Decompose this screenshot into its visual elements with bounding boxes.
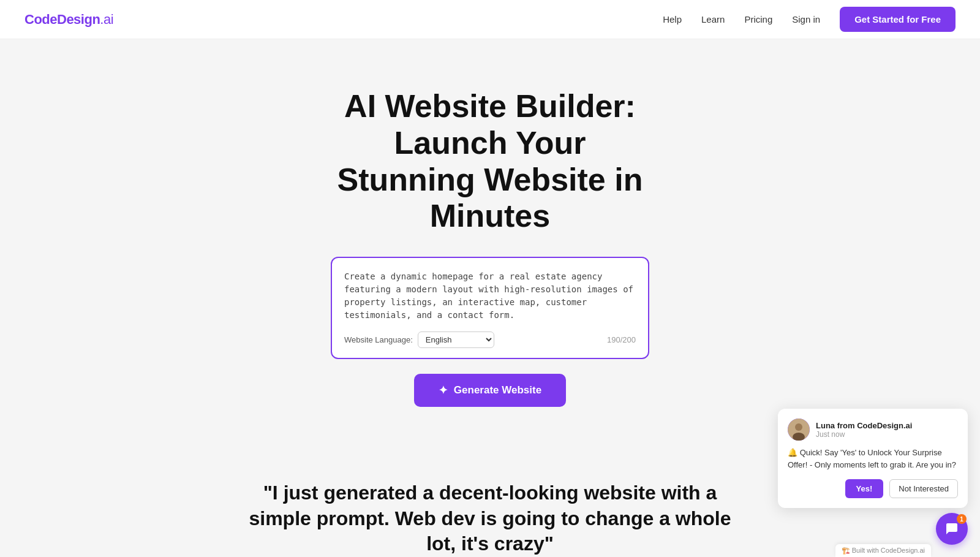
svg-point-4 (795, 423, 802, 431)
logo[interactable]: CodeDesign.ai (24, 12, 113, 28)
chat-header: Luna from CodeDesign.ai Just now (788, 419, 958, 441)
chat-sender-name: Luna from CodeDesign.ai (816, 421, 912, 430)
language-selector-group: Website Language: English Spanish French… (344, 332, 494, 348)
chat-widget: Luna from CodeDesign.ai Just now 🔔 Quick… (778, 409, 968, 508)
chat-no-button[interactable]: Not Interested (889, 479, 958, 498)
built-with-label: 🏗️ Built with CodeDesign.ai (835, 544, 931, 557)
nav-pricing[interactable]: Pricing (744, 14, 772, 25)
prompt-footer: Website Language: English Spanish French… (344, 332, 636, 348)
chat-actions: Yes! Not Interested (788, 479, 958, 498)
chat-avatar (788, 419, 810, 441)
hero-title: AI Website Builder: Launch Your Stunning… (300, 88, 680, 235)
nav-links: Help Learn Pricing Sign in Get Started f… (663, 7, 956, 32)
nav-cta-button[interactable]: Get Started for Free (840, 7, 956, 32)
nav-learn[interactable]: Learn (701, 14, 725, 25)
navbar: CodeDesign.ai Help Learn Pricing Sign in… (0, 0, 980, 39)
generate-button-label: Generate Website (454, 384, 541, 396)
char-count: 190/200 (607, 335, 636, 344)
logo-suffix: .ai (100, 12, 113, 27)
chat-message: 🔔 Quick! Say 'Yes' to Unlock Your Surpri… (788, 447, 958, 471)
chat-time: Just now (816, 430, 912, 439)
chat-sender-info: Luna from CodeDesign.ai Just now (816, 421, 912, 439)
chat-yes-button[interactable]: Yes! (845, 479, 884, 498)
logo-text: CodeDesign (24, 12, 100, 27)
language-label: Website Language: (344, 335, 413, 344)
star-icon: ✦ (439, 384, 448, 397)
nav-help[interactable]: Help (663, 14, 682, 25)
nav-signin[interactable]: Sign in (792, 14, 820, 25)
chat-badge: 1 (957, 514, 967, 524)
prompt-textarea[interactable] (344, 270, 636, 322)
generate-button[interactable]: ✦ Generate Website (414, 374, 566, 407)
testimonial-quote: "I just generated a decent-looking websi… (239, 480, 741, 557)
prompt-box: Website Language: English Spanish French… (331, 257, 649, 359)
language-select[interactable]: English Spanish French German Portuguese… (418, 332, 494, 348)
chat-fab-button[interactable]: 1 (936, 513, 968, 545)
chat-bubble-icon (944, 521, 959, 536)
hero-section: AI Website Builder: Launch Your Stunning… (0, 39, 980, 444)
